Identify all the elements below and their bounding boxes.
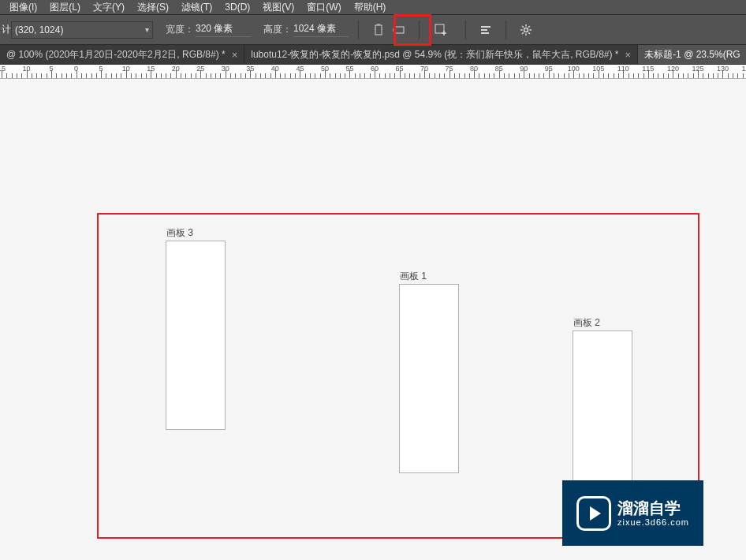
close-icon[interactable]: × (625, 49, 632, 61)
ruler-tick-label: 95 (545, 65, 553, 73)
watermark: 溜溜自学 zixue.3d66.com (562, 480, 703, 546)
ruler-tick-label: 25 (196, 65, 204, 73)
height-input[interactable]: 1024 像素 (293, 22, 349, 37)
divider (465, 21, 466, 39)
svg-line-18 (528, 26, 530, 28)
play-icon (576, 496, 611, 531)
svg-line-15 (522, 26, 524, 28)
align-icon[interactable] (476, 20, 496, 40)
chevron-down-icon: ▾ (145, 25, 149, 34)
tab-document-1[interactable]: @ 100% (2020年1月20日-2020年2月2日, RGB/8#) * … (0, 45, 244, 64)
ruler-tick-label: 100 (568, 65, 580, 73)
ruler-tick-label: 10 (23, 65, 31, 73)
ruler-tick-label: 70 (420, 65, 428, 73)
menu-filter[interactable]: 滤镜(T) (175, 1, 218, 14)
ruler-tick-label: 40 (271, 65, 279, 73)
menu-text[interactable]: 文字(Y) (87, 1, 131, 14)
ruler-tick-label: 15 (0, 65, 6, 73)
orientation-portrait-icon[interactable] (368, 20, 389, 40)
watermark-sub: zixue.3d66.com (617, 517, 689, 528)
tab-label: @ 100% (2020年1月20日-2020年2月2日, RGB/8#) * (6, 48, 226, 62)
menu-select[interactable]: 选择(S) (131, 1, 175, 14)
canvas-area[interactable]: 画板 3 画板 1 画板 2 溜溜自学 zixue.3d66.com (0, 79, 746, 560)
menu-view[interactable]: 视图(V) (256, 1, 300, 14)
divider (419, 21, 420, 39)
close-icon[interactable]: × (232, 49, 238, 61)
ruler-tick-label: 135 (741, 65, 746, 73)
ruler-tick-label: 125 (692, 65, 703, 73)
ruler-tick-label: 0 (74, 65, 78, 73)
menu-window[interactable]: 窗口(W) (300, 1, 347, 14)
gear-icon[interactable] (516, 20, 536, 40)
preset-dropdown[interactable]: (320, 1024) ▾ (11, 21, 153, 39)
ruler-tick-label: 115 (642, 65, 654, 73)
ruler-tick-label: 15 (147, 65, 155, 73)
ruler-tick-label: 30 (222, 65, 229, 73)
add-artboard-icon[interactable] (431, 20, 451, 40)
ruler-tick-label: 50 (321, 65, 329, 73)
ruler-tick-label: 130 (717, 65, 729, 73)
ruler-tick-label: 60 (371, 65, 379, 73)
tab-document-2[interactable]: lubotu12-恢复的-恢复的-恢复的.psd @ 54.9% (祝：亲们新年… (244, 45, 638, 64)
ruler-horizontal[interactable]: 1510505101520253035404550556065707580859… (0, 65, 746, 79)
height-label: 高度： (263, 23, 292, 36)
ruler-tick-label: 80 (470, 65, 478, 73)
svg-rect-4 (435, 24, 444, 33)
svg-line-16 (528, 32, 530, 34)
ruler-tick-label: 120 (667, 65, 679, 73)
width-label: 宽度： (166, 23, 194, 36)
svg-rect-2 (394, 27, 404, 33)
ruler-tick-label: 10 (122, 65, 130, 73)
ruler-tick-label: 5 (99, 65, 103, 73)
ruler-tick-label: 20 (172, 65, 180, 73)
svg-rect-0 (375, 25, 382, 35)
width-input[interactable]: 320 像素 (196, 22, 251, 37)
divider (505, 21, 506, 39)
ruler-tick-label: 45 (296, 65, 304, 73)
tab-document-3[interactable]: 未标题-1 @ 23.5%(RG (638, 45, 746, 64)
menu-3d[interactable]: 3D(D) (218, 2, 256, 13)
preset-value: (320, 1024) (15, 24, 63, 35)
watermark-main: 溜溜自学 (617, 498, 689, 517)
ruler-tick-label: 75 (446, 65, 453, 73)
orientation-landscape-icon[interactable] (389, 20, 409, 40)
ruler-tick-label: 5 (50, 65, 54, 73)
ruler-tick-label: 110 (617, 65, 629, 73)
tab-label: 未标题-1 @ 23.5%(RG (644, 48, 740, 62)
ruler-tick-label: 55 (345, 65, 353, 73)
document-tabs: @ 100% (2020年1月20日-2020年2月2日, RGB/8#) * … (0, 45, 746, 65)
ruler-tick-label: 85 (495, 65, 503, 73)
tab-label: lubotu12-恢复的-恢复的-恢复的.psd @ 54.9% (祝：亲们新年… (251, 48, 618, 62)
ruler-tick-label: 35 (246, 65, 254, 73)
preset-prefix: 计 (0, 23, 11, 36)
watermark-text: 溜溜自学 zixue.3d66.com (617, 498, 689, 528)
ruler-tick-label: 65 (396, 65, 404, 73)
menu-layer[interactable]: 图层(L) (43, 1, 87, 14)
ruler-tick-label: 90 (520, 65, 528, 73)
svg-point-10 (524, 28, 528, 32)
menubar: 图像(I) 图层(L) 文字(Y) 选择(S) 滤镜(T) 3D(D) 视图(V… (0, 0, 746, 15)
divider (358, 21, 359, 39)
ruler-tick-label: 105 (592, 65, 604, 73)
menu-help[interactable]: 帮助(H) (348, 1, 393, 14)
svg-line-17 (522, 32, 524, 34)
menu-image[interactable]: 图像(I) (3, 1, 43, 14)
options-bar: 计 (320, 1024) ▾ 宽度： 320 像素 高度： 1024 像素 (0, 15, 746, 45)
